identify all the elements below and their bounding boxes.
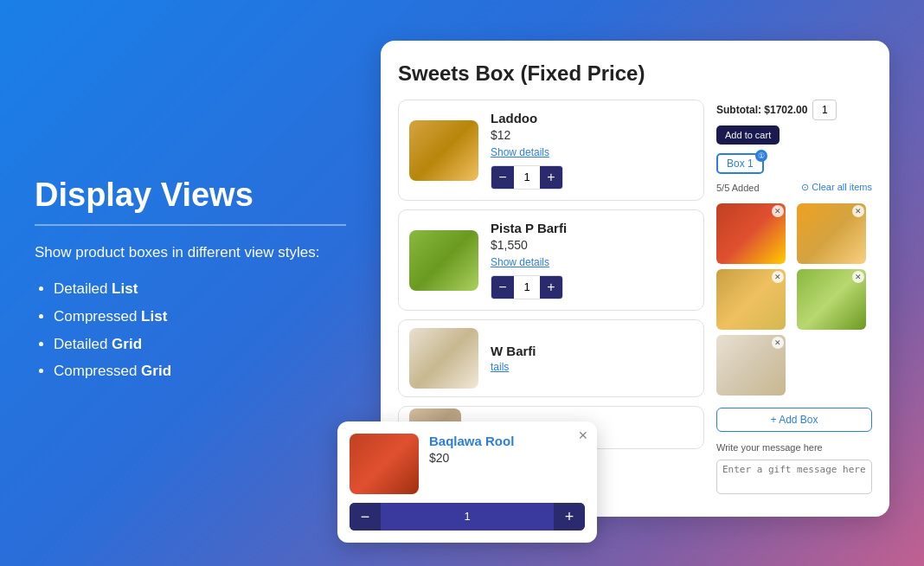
product-name-pistabarfi: Pista P Barfi xyxy=(491,221,693,235)
list-item-compressed-grid: Compressed Grid xyxy=(54,361,346,382)
popup-qty-value: 1 xyxy=(381,503,554,531)
cart-thumb-close-1[interactable]: ✕ xyxy=(772,205,784,217)
qty-increase-pistabarfi[interactable]: + xyxy=(540,276,562,299)
added-count: 5/5 Added xyxy=(716,183,760,193)
message-textarea[interactable] xyxy=(716,460,872,494)
popup-info: Baqlawa Rool $20 xyxy=(429,434,514,469)
box-tab[interactable]: Box 1 ① xyxy=(716,153,764,174)
popup-product-name: Baqlawa Rool xyxy=(429,434,514,448)
show-details-pistabarfi[interactable]: Show details xyxy=(491,256,693,268)
popup-product-price: $20 xyxy=(429,451,514,465)
qty-increase-laddoo[interactable]: + xyxy=(540,166,562,189)
add-to-cart-button[interactable]: Add to cart xyxy=(716,125,780,145)
list-item-bold: Grid xyxy=(112,336,142,352)
qty-control-laddoo: − 1 + xyxy=(491,165,563,190)
box-tab-row: Box 1 ① xyxy=(716,153,872,174)
clear-all-text: Clear all items xyxy=(812,182,872,192)
cart-thumb-3: ✕ xyxy=(716,269,786,330)
popup-image-baqlawa xyxy=(350,434,419,494)
subtotal-row: Subtotal: $1702.00 Add to cart xyxy=(716,100,872,145)
cart-thumb-5: ✕ xyxy=(716,335,786,396)
box-tab-badge: ① xyxy=(755,150,767,162)
cart-sidebar: Subtotal: $1702.00 Add to cart Box 1 ① 5… xyxy=(716,100,872,499)
qty-value-pistabarfi: 1 xyxy=(514,276,540,299)
popup-qty-control: − 1 + xyxy=(350,503,585,531)
product-item-pistabarfi: Pista P Barfi $1,550 Show details − 1 + xyxy=(398,209,704,311)
qty-control-pistabarfi: − 1 + xyxy=(491,275,563,299)
message-label: Write your message here xyxy=(716,442,872,453)
cart-thumb-4: ✕ xyxy=(797,269,866,330)
list-item-bold: List xyxy=(141,308,167,325)
clear-all-link[interactable]: ⊙ Clear all items xyxy=(801,182,872,193)
product-item-laddoo: Laddoo $12 Show details − 1 + xyxy=(398,100,704,201)
popup-qty-increase[interactable]: + xyxy=(554,503,585,531)
qty-decrease-pistabarfi[interactable]: − xyxy=(491,276,514,299)
divider xyxy=(35,224,346,226)
qty-value-laddoo: 1 xyxy=(514,166,540,189)
subtitle-text: Show product boxes in different view sty… xyxy=(35,241,346,264)
product-info-laddoo: Laddoo $12 Show details − 1 + xyxy=(491,111,693,190)
feature-list: Detailed List Compressed List Detailed G… xyxy=(35,279,346,382)
cart-thumb-close-2[interactable]: ✕ xyxy=(852,205,864,217)
popup-body: Baqlawa Rool $20 xyxy=(350,434,585,494)
show-details-laddoo[interactable]: Show details xyxy=(491,146,693,158)
main-container: Display Views Show product boxes in diff… xyxy=(0,0,924,566)
clear-all-icon: ⊙ xyxy=(801,182,809,193)
product-image-pistabarfi xyxy=(409,230,478,291)
list-item-bold: Grid xyxy=(141,363,171,379)
right-panel: Sweets Box (Fixed Price) Laddoo $12 Show… xyxy=(381,41,889,525)
product-info-wbarfi: W Barfi tails xyxy=(491,344,693,373)
product-info-pistabarfi: Pista P Barfi $1,550 Show details − 1 + xyxy=(491,221,693,299)
cart-thumb-close-3[interactable]: ✕ xyxy=(772,271,784,283)
cart-thumb-2: ✕ xyxy=(797,203,866,264)
list-item-detailed-grid: Detailed Grid xyxy=(54,334,346,355)
add-box-button[interactable]: + Add Box xyxy=(716,408,872,432)
product-name-wbarfi: W Barfi xyxy=(491,344,693,358)
page-title: Display Views xyxy=(35,177,346,214)
popup-qty-decrease[interactable]: − xyxy=(350,503,381,531)
popup-card: ✕ Baqlawa Rool $20 − 1 + xyxy=(337,421,597,543)
left-panel: Display Views Show product boxes in diff… xyxy=(35,177,346,389)
cart-thumb-close-4[interactable]: ✕ xyxy=(852,271,864,283)
product-name-laddoo: Laddoo xyxy=(491,111,693,125)
box-tab-label: Box 1 xyxy=(727,158,754,170)
product-image-laddoo xyxy=(409,120,478,181)
subtotal-text: Subtotal: $1702.00 xyxy=(716,104,807,116)
list-item-bold: List xyxy=(112,280,138,297)
added-row: 5/5 Added ⊙ Clear all items xyxy=(716,181,872,193)
product-price-pistabarfi: $1,550 xyxy=(491,238,693,252)
product-item-wbarfi: W Barfi tails xyxy=(398,319,704,397)
cart-grid: ✕ ✕ ✕ ✕ ✕ xyxy=(716,203,872,396)
product-image-wbarfi xyxy=(409,328,478,389)
qty-decrease-laddoo[interactable]: − xyxy=(491,166,514,189)
cart-thumb-1: ✕ xyxy=(716,203,786,264)
popup-close-icon[interactable]: ✕ xyxy=(578,428,588,442)
cart-qty-input[interactable] xyxy=(812,100,837,120)
cart-thumb-close-5[interactable]: ✕ xyxy=(772,337,784,349)
product-price-laddoo: $12 xyxy=(491,128,693,142)
show-details-wbarfi[interactable]: tails xyxy=(491,361,693,373)
list-item-compressed-list: Compressed List xyxy=(54,306,346,327)
list-item-detailed-list: Detailed List xyxy=(54,279,346,299)
card-title: Sweets Box (Fixed Price) xyxy=(398,61,872,86)
